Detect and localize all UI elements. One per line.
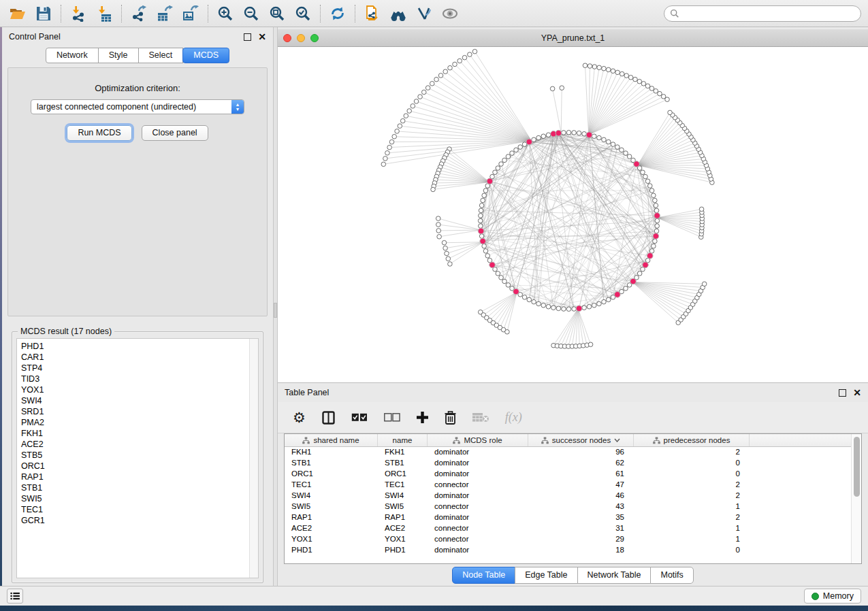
table-row[interactable]: YOX1YOX1connector291	[285, 534, 851, 545]
table-cell[interactable]: TEC1	[378, 480, 428, 491]
delete-column-trash-icon[interactable]	[445, 411, 456, 425]
float-panel-icon[interactable]	[244, 33, 251, 41]
open-file-button[interactable]	[7, 3, 29, 24]
column-header-predecessor-nodes[interactable]: predecessor nodes	[634, 434, 750, 446]
panel-splitter[interactable]	[273, 27, 278, 586]
table-row[interactable]: RAP1RAP1dominator352	[285, 512, 851, 523]
table-cell[interactable]: dominator	[428, 469, 528, 480]
table-row[interactable]: FKH1FKH1dominator962	[285, 447, 851, 458]
zoom-in-button[interactable]	[214, 3, 236, 24]
table-row[interactable]: SWI4SWI4dominator462	[285, 491, 851, 501]
table-cell[interactable]: 2	[634, 491, 750, 501]
select-all-icon[interactable]	[351, 413, 368, 422]
network-view-canvas[interactable]	[278, 47, 868, 382]
column-header-successor-nodes[interactable]: successor nodes	[528, 434, 634, 446]
table-cell[interactable]: PHD1	[378, 545, 428, 556]
network-graph[interactable]	[278, 47, 868, 382]
mcds-result-item[interactable]: STB1	[21, 482, 249, 493]
table-cell[interactable]: ACE2	[285, 523, 378, 534]
table-cell[interactable]: connector	[428, 501, 528, 512]
table-cell[interactable]: 0	[634, 469, 750, 480]
table-cell[interactable]: dominator	[428, 458, 528, 469]
tab-edge-table[interactable]: Edge Table	[515, 567, 577, 584]
mcds-result-item[interactable]: SRD1	[21, 406, 249, 417]
tab-select[interactable]: Select	[138, 48, 184, 63]
table-cell[interactable]: 1	[634, 523, 750, 534]
zoom-out-button[interactable]	[240, 3, 262, 24]
mcds-result-item[interactable]: RAP1	[21, 472, 249, 482]
table-cell[interactable]: RAP1	[378, 512, 428, 523]
table-cell[interactable]: 62	[528, 458, 634, 469]
mcds-result-item[interactable]: FKH1	[21, 428, 249, 439]
table-cell[interactable]: FKH1	[378, 447, 428, 458]
zoom-fit-button[interactable]	[266, 3, 288, 24]
mcds-result-item[interactable]: CAR1	[21, 352, 249, 363]
table-row[interactable]: STB1STB1dominator620	[285, 458, 851, 469]
zoom-selected-button[interactable]	[292, 3, 314, 24]
mcds-list-scrollbar[interactable]	[249, 339, 258, 578]
table-row[interactable]: ACE2ACE2connector311	[285, 523, 851, 534]
table-cell[interactable]: connector	[428, 480, 528, 491]
deselect-all-icon[interactable]	[384, 413, 400, 422]
table-cell[interactable]: 0	[634, 545, 750, 556]
mcds-result-item[interactable]: YOX1	[21, 384, 249, 395]
search-network-button[interactable]	[387, 3, 409, 24]
import-network-button[interactable]	[67, 3, 89, 24]
memory-button[interactable]: Memory	[804, 589, 861, 604]
table-cell[interactable]: YOX1	[378, 534, 428, 545]
add-column-icon[interactable]	[417, 412, 428, 423]
table-cell[interactable]: 18	[528, 545, 634, 556]
table-cell[interactable]: 2	[634, 480, 750, 491]
table-cell[interactable]: 2	[634, 447, 750, 458]
table-cell[interactable]: STB1	[378, 458, 428, 469]
table-cell[interactable]: 35	[528, 512, 634, 523]
table-row[interactable]: ORC1ORC1dominator610	[285, 469, 851, 480]
export-network-button[interactable]	[128, 3, 150, 24]
table-cell[interactable]: RAP1	[285, 512, 378, 523]
table-scrollbar[interactable]	[851, 434, 861, 563]
column-header-MCDS-role[interactable]: MCDS role	[428, 434, 528, 446]
table-cell[interactable]: YOX1	[285, 534, 378, 545]
table-cell[interactable]: connector	[428, 523, 528, 534]
table-cell[interactable]: ORC1	[285, 469, 378, 480]
close-panel-button[interactable]: Close panel	[142, 125, 208, 141]
network-window-titlebar[interactable]: YPA_prune.txt_1	[278, 29, 868, 47]
mcds-result-item[interactable]: ORC1	[21, 461, 249, 472]
close-panel-icon[interactable]: ✕	[258, 33, 266, 41]
task-history-button[interactable]	[7, 589, 23, 604]
table-cell[interactable]: TEC1	[285, 480, 378, 491]
export-table-button[interactable]	[154, 3, 176, 24]
mcds-result-item[interactable]: GCR1	[21, 515, 249, 526]
table-cell[interactable]: 61	[528, 469, 634, 480]
column-visibility-icon[interactable]	[322, 411, 335, 425]
table-settings-gear-icon[interactable]: ⚙	[293, 411, 306, 425]
table-cell[interactable]: dominator	[428, 447, 528, 458]
table-cell[interactable]: 46	[528, 491, 634, 501]
show-hide-button[interactable]	[439, 3, 461, 24]
mcds-result-item[interactable]: STP4	[21, 363, 249, 374]
search-input[interactable]	[683, 9, 855, 18]
table-scrollbar-thumb[interactable]	[854, 437, 860, 497]
optimization-criterion-dropdown[interactable]: largest connected component (undirected)…	[31, 99, 244, 114]
table-cell[interactable]: 1	[634, 534, 750, 545]
float-panel-icon[interactable]	[839, 389, 846, 397]
splitter-grip[interactable]	[274, 303, 277, 318]
table-cell[interactable]: dominator	[428, 545, 528, 556]
mcds-result-item[interactable]: ACE2	[21, 439, 249, 450]
tab-mcds[interactable]: MCDS	[182, 48, 229, 63]
tab-style[interactable]: Style	[98, 48, 139, 63]
import-table-button[interactable]	[93, 3, 115, 24]
table-cell[interactable]: SWI4	[285, 491, 378, 501]
tab-network[interactable]: Network	[46, 48, 99, 63]
close-panel-icon[interactable]: ✕	[853, 389, 861, 397]
table-cell[interactable]: PHD1	[285, 545, 378, 556]
clone-network-button[interactable]	[361, 3, 383, 24]
table-cell[interactable]: FKH1	[285, 447, 378, 458]
table-cell[interactable]: 29	[528, 534, 634, 545]
mcds-result-item[interactable]: STB5	[21, 450, 249, 461]
table-cell[interactable]: ORC1	[378, 469, 428, 480]
table-cell[interactable]: connector	[428, 534, 528, 545]
export-image-button[interactable]	[180, 3, 202, 24]
column-header-name[interactable]: name	[378, 434, 428, 446]
mcds-result-item[interactable]: TID3	[21, 374, 249, 384]
